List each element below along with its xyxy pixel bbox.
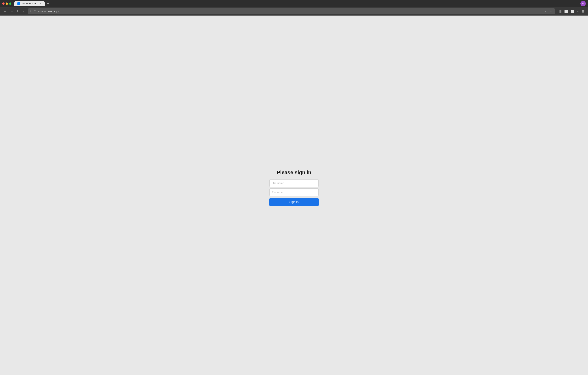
browser-window: Please sign in × + ∞ ← → ↻ ⌂ 🛡 ⓘ ··· [0,0,588,375]
synced-tabs-icon: ⬜ [564,10,568,13]
synced-tabs-button[interactable]: ⬜ [563,9,569,14]
home-button[interactable]: ⌂ [22,9,26,14]
shield-icon: 🛡 [30,10,32,13]
nav-bar: ← → ↻ ⌂ 🛡 ⓘ ··· ☆ ||| ⬜ [0,7,588,16]
login-form: Sign in [269,179,319,206]
bookmark-icon[interactable]: ☆ [549,10,553,13]
menu-button[interactable]: ☰ [581,9,586,14]
reload-icon: ↻ [17,10,20,13]
active-tab[interactable]: Please sign in × [14,1,45,6]
url-input[interactable] [38,10,543,13]
menu-icon: ☰ [582,10,585,13]
minimize-button[interactable] [6,2,8,5]
nav-right-icons: ||| ⬜ ⬜ ∞ ☰ [558,9,586,14]
library-button[interactable]: ||| [558,9,563,14]
forward-button[interactable]: → [9,9,14,14]
sign-in-button[interactable]: Sign in [269,198,319,206]
address-actions: ··· ☆ [544,10,553,13]
library-icon: ||| [559,10,561,13]
close-button[interactable] [2,2,5,5]
browser-profile-icon[interactable]: ∞ [580,1,586,6]
password-input[interactable] [269,188,319,196]
page-title: Please sign in [277,169,311,176]
forward-icon: → [10,10,13,13]
profile-symbol: ∞ [582,2,584,5]
back-button[interactable]: ← [2,9,8,14]
content-area: Please sign in Sign in [0,16,588,375]
tab-close-icon[interactable]: × [39,2,42,5]
home-icon: ⌂ [23,10,25,13]
login-container: Please sign in Sign in [269,169,319,206]
tab-title: Please sign in [21,2,38,5]
screenshots-icon: ⬜ [571,10,575,13]
pocket-icon: ∞ [577,10,579,13]
pocket-button[interactable]: ∞ [576,9,580,14]
username-input[interactable] [269,179,319,187]
back-icon: ← [3,10,6,13]
more-icon[interactable]: ··· [544,10,548,13]
address-bar[interactable]: 🛡 ⓘ ··· ☆ [28,8,555,14]
traffic-lights [2,2,11,5]
info-icon: ⓘ [34,10,36,13]
screenshots-button[interactable]: ⬜ [570,9,576,14]
tab-bar: Please sign in × + [14,1,579,6]
maximize-button[interactable] [9,2,11,5]
reload-button[interactable]: ↻ [16,9,21,14]
new-tab-button[interactable]: + [45,2,51,6]
title-bar: Please sign in × + ∞ [0,0,588,7]
tab-favicon [17,2,20,5]
